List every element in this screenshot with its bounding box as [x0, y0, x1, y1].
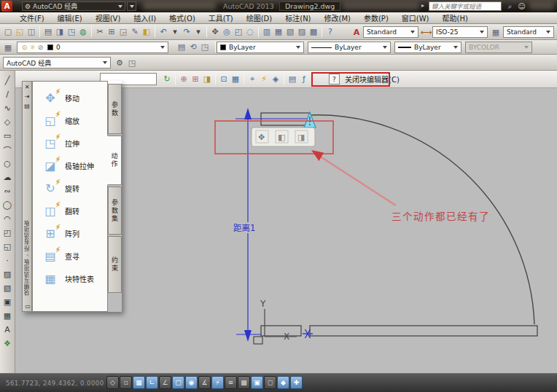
- workspace-settings-icon[interactable]: ⚙: [114, 57, 125, 68]
- dim-style-combo[interactable]: ISO-25: [432, 26, 488, 38]
- parameters-manager-icon[interactable]: ƒ: [298, 74, 310, 85]
- hatch-icon[interactable]: ▨: [1, 267, 14, 281]
- workspace-combo[interactable]: AutoCAD 经典: [3, 57, 111, 68]
- save-block-icon[interactable]: ⊕: [178, 74, 190, 85]
- sun-icon[interactable]: ☼: [28, 44, 36, 51]
- parameter-icon[interactable]: ⌖: [246, 74, 258, 85]
- rectangle-icon[interactable]: ▭: [1, 129, 14, 143]
- lock-icon[interactable]: ⊘: [36, 44, 44, 51]
- layer-combo[interactable]: ⊙☼⊘ 0: [17, 42, 168, 53]
- quick-toolbar-caret[interactable]: [127, 1, 136, 11]
- annotation-visibility-button[interactable]: ◆: [277, 376, 289, 389]
- linetype-combo[interactable]: ByLayer: [308, 42, 391, 53]
- menu-dimension[interactable]: 标注(N): [278, 12, 317, 23]
- multiline-text-icon[interactable]: A: [1, 323, 14, 337]
- undo-caret-icon[interactable]: ▾: [169, 26, 181, 38]
- menu-draw[interactable]: 绘图(D): [240, 12, 279, 23]
- arc-icon[interactable]: ⌒: [1, 143, 14, 157]
- polyline-icon[interactable]: ∿: [1, 101, 14, 115]
- tab-parameters[interactable]: 参数: [108, 84, 122, 134]
- open-icon[interactable]: ◱: [14, 26, 26, 38]
- zoom-previous-icon[interactable]: ◌: [244, 26, 256, 38]
- parameter-arrow-top[interactable]: [244, 108, 252, 119]
- menu-view[interactable]: 视图(V): [89, 12, 128, 23]
- help-icon[interactable]: ?: [324, 26, 336, 38]
- auto-constrain-icon[interactable]: ⊡: [218, 74, 230, 85]
- menu-modify[interactable]: 修改(M): [318, 12, 357, 23]
- palette-properties-icon[interactable]: ▤: [23, 101, 31, 110]
- help-button[interactable]: ?: [329, 74, 340, 85]
- palette-item-move[interactable]: ✥⚡ 移动: [33, 87, 107, 109]
- gradient-icon[interactable]: ▧: [1, 281, 14, 295]
- visibility-states-icon[interactable]: ▤: [287, 74, 298, 85]
- redo-icon[interactable]: ↷: [181, 26, 192, 38]
- edit-block-definition-icon[interactable]: ↻: [161, 74, 173, 85]
- cut-icon[interactable]: ✂: [94, 26, 106, 38]
- palette-item-polar-stretch[interactable]: ◪⚡ 极轴拉伸: [33, 154, 107, 177]
- lineweight-combo[interactable]: ByLayer: [394, 42, 461, 53]
- lineweight-display-button[interactable]: ≡: [225, 376, 237, 389]
- revision-cloud-icon[interactable]: ☁: [1, 170, 14, 184]
- tool-palettes-icon[interactable]: ▧: [284, 26, 296, 38]
- zoom-realtime-icon[interactable]: ◎: [221, 26, 233, 38]
- palette-grip-icon[interactable]: ▭: [23, 303, 32, 310]
- palette-item-array[interactable]: ⊞⚡ 阵列: [33, 222, 107, 245]
- menu-help[interactable]: 帮助(H): [436, 12, 475, 23]
- 3ddwf-icon[interactable]: ◍: [77, 26, 89, 38]
- flip-action-mini-icon[interactable]: ◨: [297, 133, 305, 142]
- spline-icon[interactable]: ∾: [1, 184, 14, 198]
- construction-line-icon[interactable]: ∕: [1, 87, 14, 101]
- layer-properties-icon[interactable]: ▦: [2, 42, 14, 53]
- palette-item-scale[interactable]: ◱⚡ 缩放: [33, 109, 107, 132]
- color-combo[interactable]: ByLayer: [217, 42, 304, 53]
- save-icon[interactable]: ◫: [26, 26, 37, 38]
- close-block-editor-button[interactable]: 关闭块编辑器(C): [340, 72, 405, 86]
- line-icon[interactable]: ╱: [1, 74, 14, 87]
- move-action-mini-icon[interactable]: ✥: [258, 133, 265, 142]
- 3d-object-snap-button[interactable]: ◉: [185, 376, 198, 389]
- menu-insert[interactable]: 插入(I): [127, 12, 163, 23]
- parameter-arrow-bottom[interactable]: [244, 330, 252, 342]
- dynamic-input-button[interactable]: ⚡: [211, 376, 224, 389]
- save-block-as-icon[interactable]: ⊞: [190, 74, 201, 85]
- ortho-mode-button[interactable]: ∟: [146, 376, 158, 389]
- palette-item-rotate[interactable]: ↻⚡ 旋转: [33, 177, 107, 200]
- properties-icon[interactable]: ▥: [261, 26, 273, 38]
- object-snap-tracking-button[interactable]: ∡: [198, 376, 211, 389]
- tab-actions[interactable]: 动作: [107, 136, 122, 185]
- scale-action-mini-icon[interactable]: ◧: [278, 133, 285, 142]
- quick-workspace-combo[interactable]: ⚙ AutoCAD 经典: [22, 1, 125, 11]
- new-icon[interactable]: ▢: [2, 26, 14, 38]
- publish-icon[interactable]: ◳: [66, 26, 77, 38]
- match-properties-icon[interactable]: ✎: [129, 26, 141, 38]
- table-style-icon[interactable]: ▦: [490, 26, 502, 38]
- quick-properties-button[interactable]: ▣: [251, 376, 263, 389]
- dim-style-icon[interactable]: ⟷: [421, 26, 432, 38]
- menu-format[interactable]: 格式(O): [163, 12, 202, 23]
- polygon-icon[interactable]: ◇: [1, 115, 14, 129]
- wall-segment-left[interactable]: [261, 326, 301, 336]
- designcenter-icon[interactable]: ▦: [273, 26, 284, 38]
- ellipse-arc-icon[interactable]: ◠: [1, 212, 14, 226]
- palette-item-block-properties-table[interactable]: ▦ 块特性表: [33, 267, 107, 290]
- save-workspace-icon[interactable]: ◳: [126, 57, 138, 68]
- palette-autohide-pin-icon[interactable]: ⇥: [23, 92, 31, 101]
- group-icon[interactable]: ❖: [1, 337, 14, 350]
- search-icon[interactable]: ⌕: [505, 1, 515, 12]
- grid-display-button[interactable]: ▦: [133, 376, 145, 389]
- table-style-combo[interactable]: Standard: [503, 26, 554, 38]
- infocenter-expand-icon[interactable]: ▸: [421, 2, 424, 9]
- autocad-logo-icon[interactable]: A: [1, 1, 12, 12]
- point-icon[interactable]: ·: [1, 254, 14, 267]
- menu-edit[interactable]: 编辑(E): [51, 12, 89, 23]
- zoom-window-icon[interactable]: ◰: [233, 26, 244, 38]
- object-snap-button[interactable]: ▢: [172, 376, 184, 389]
- make-layer-current-icon[interactable]: ▤: [176, 42, 187, 53]
- search-input[interactable]: [429, 1, 502, 11]
- redo-caret-icon[interactable]: ▾: [192, 26, 204, 38]
- transparency-button[interactable]: ▩: [238, 376, 250, 389]
- test-block-icon[interactable]: ◨: [201, 74, 213, 85]
- workspace-switch-button[interactable]: ✚: [290, 376, 303, 389]
- polar-tracking-button[interactable]: ∠: [159, 376, 171, 389]
- region-icon[interactable]: ▣: [1, 295, 14, 309]
